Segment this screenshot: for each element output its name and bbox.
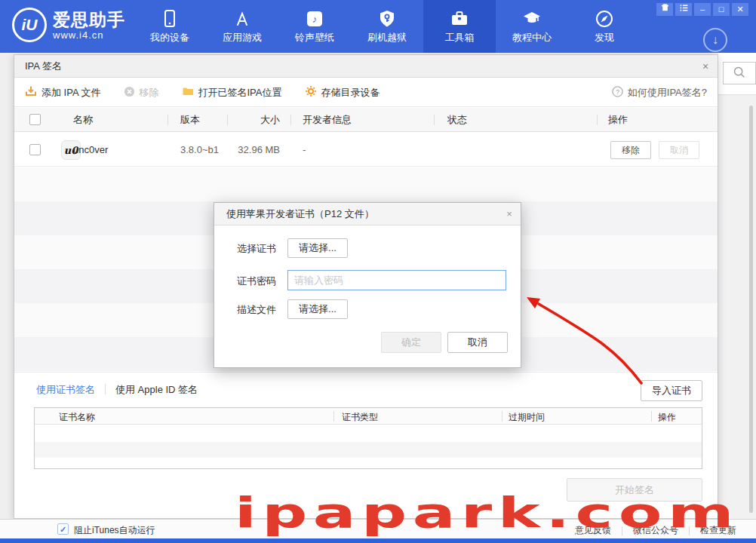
col-version: 版本 [180,114,200,126]
cert-empty-stripe [35,442,702,458]
nav-toolbox[interactable]: 工具箱 [423,0,496,53]
select-all-checkbox[interactable] [29,114,41,125]
label-provision-file: 描述文件 [237,303,276,317]
block-itunes-checkbox[interactable]: ✓ [57,523,69,535]
nav-ringtones[interactable]: ♪ 铃声壁纸 [278,0,351,53]
cert-password-input[interactable] [287,270,506,290]
search-icon [733,66,745,81]
remove-button[interactable]: 移除 [124,86,159,100]
col-cert-type: 证书类型 [342,411,378,423]
down-arrow-icon: ↓ [712,33,718,47]
phone-icon [160,9,180,29]
logo-circle-icon: iU [12,8,47,42]
dialog-cancel-button[interactable]: 取消 [447,332,508,353]
toolbox-icon [450,9,469,29]
tab-sign-with-cert[interactable]: 使用证书签名 [36,383,95,397]
appstore-icon [232,9,252,29]
nav-my-device[interactable]: 我的设备 [134,0,206,53]
app-title: 爱思助手 [53,10,125,29]
select-provision-button[interactable]: 请选择... [287,299,348,319]
window-bottom-border [0,538,756,543]
panel-close-icon[interactable]: × [693,55,718,78]
shield-key-icon [377,9,397,29]
window-controls: – □ ✕ [656,3,748,16]
table-row: u0 unc0ver 3.8.0~b1 32.96 MB - 移除 取消 [14,133,718,167]
app-window: iU 爱思助手 www.i4.cn 我的设备 应用游戏 ♪ 铃声壁纸 刷机越狱 [0,0,756,543]
watermark-text: ipapark.com [235,488,739,537]
col-status: 状态 [447,114,467,126]
row-cancel-button[interactable]: 取消 [659,141,699,159]
svg-text:?: ? [616,87,619,95]
folder-icon [182,85,194,100]
col-name: 名称 [73,114,93,126]
shirt-icon [660,3,670,17]
add-file-icon [25,85,37,100]
storage-settings-button[interactable]: 存储目录设备 [305,85,380,100]
list-icon [679,3,689,17]
app-version: 3.8.0~b1 [180,144,219,156]
background-window-strip [718,53,756,519]
graduation-cap-icon [522,9,542,29]
svg-text:♪: ♪ [312,14,318,25]
col-cert-actions: 操作 [658,411,676,423]
music-note-icon: ♪ [305,9,324,29]
p12-cert-dialog: 使用苹果开发者证书（P12 文件） × 选择证书 请选择... 证书密码 描述文… [214,202,521,368]
app-logo: iU 爱思助手 www.i4.cn [12,8,125,42]
col-cert-name: 证书名称 [59,411,95,423]
add-ipa-button[interactable]: 添加 IPA 文件 [25,85,101,100]
app-size: 32.96 MB [218,144,280,156]
dialog-ok-button[interactable]: 确定 [381,332,441,353]
app-name: unc0ver [73,144,108,156]
col-cert-expiry: 过期时间 [509,411,545,423]
top-header-bar: iU 爱思助手 www.i4.cn 我的设备 应用游戏 ♪ 铃声壁纸 刷机越狱 [0,0,756,53]
cert-table: 证书名称 证书类型 过期时间 操作 [34,407,702,469]
col-developer: 开发者信息 [303,114,352,126]
nav-jailbreak[interactable]: 刷机越狱 [351,0,423,53]
select-cert-button[interactable]: 请选择... [287,238,348,258]
close-window-button[interactable]: ✕ [732,3,748,16]
minimize-button[interactable]: – [694,3,711,16]
label-select-cert: 选择证书 [237,242,276,256]
dialog-close-icon[interactable]: × [498,203,521,225]
compass-icon [595,9,614,29]
vertical-scrollbar[interactable] [749,106,753,513]
skin-theme-button[interactable] [656,3,673,16]
help-link[interactable]: ? 如何使用IPA签名? [612,86,707,100]
search-input[interactable] [723,62,756,84]
col-actions: 操作 [608,114,628,126]
nav-apps-games[interactable]: 应用游戏 [206,0,278,53]
question-circle-icon: ? [612,86,623,100]
remove-circle-icon [124,86,135,100]
open-signed-location-button[interactable]: 打开已签名IPA位置 [182,85,282,100]
import-cert-button[interactable]: 导入证书 [641,380,702,401]
gear-icon [305,85,317,100]
panel-toolbar: 添加 IPA 文件 移除 打开已签名IPA位置 存储目录设备 ? 如何使用IPA… [14,78,718,107]
row-checkbox[interactable] [29,144,41,155]
app-table-header: 名称 版本 大小 开发者信息 状态 操作 [14,108,718,132]
app-url: www.i4.cn [53,29,125,41]
maximize-button[interactable]: □ [713,3,730,16]
menu-list-button[interactable] [675,3,692,16]
tab-sign-with-apple-id[interactable]: 使用 Apple ID 签名 [115,383,198,397]
app-developer: - [303,144,306,156]
block-itunes-label: 阻止iTunes自动运行 [74,524,155,537]
nav-discover[interactable]: 发现 [568,0,641,53]
dialog-title: 使用苹果开发者证书（P12 文件） [214,203,521,225]
panel-title: IPA 签名 [14,55,718,78]
row-remove-button[interactable]: 移除 [610,141,651,159]
main-nav: 我的设备 应用游戏 ♪ 铃声壁纸 刷机越狱 工具箱 教程中心 [134,0,641,53]
label-cert-password: 证书密码 [237,275,276,288]
nav-tutorials[interactable]: 教程中心 [496,0,568,53]
download-manager-button[interactable]: ↓ [703,28,727,52]
